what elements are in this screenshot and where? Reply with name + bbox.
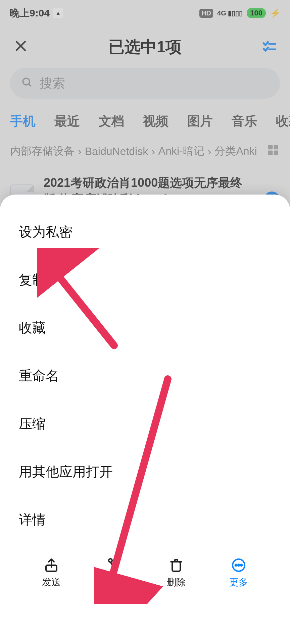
action-send[interactable]: 发送 [42, 557, 61, 589]
svg-line-5 [29, 84, 31, 86]
crumb-2[interactable]: Anki-暗记 [158, 144, 204, 159]
chevron-right-icon: › [151, 145, 155, 158]
action-delete-label: 删除 [167, 576, 186, 589]
action-more[interactable]: 更多 [229, 557, 248, 589]
breadcrumb[interactable]: 内部存储设备 › BaiduNetdisk › Anki-暗记 › 分类Anki [10, 144, 257, 159]
close-button[interactable] [13, 38, 28, 56]
search-input[interactable]: 搜索 [10, 68, 280, 99]
svg-rect-7 [274, 145, 278, 149]
action-move-label: 移动 [104, 576, 123, 589]
crumb-0[interactable]: 内部存储设备 [10, 144, 75, 159]
tab-recent[interactable]: 最近 [54, 113, 80, 130]
chevron-right-icon: › [208, 145, 211, 158]
action-send-label: 发送 [42, 576, 61, 589]
crumb-3[interactable]: 分类Anki [214, 144, 257, 159]
action-more-label: 更多 [229, 576, 248, 589]
tab-phone[interactable]: 手机 [10, 113, 36, 130]
svg-point-4 [23, 78, 30, 85]
sheet-item-details[interactable]: 详情 [0, 496, 290, 544]
svg-rect-8 [268, 151, 273, 155]
chevron-right-icon: › [78, 145, 82, 158]
status-bar: 晚上9:04 ▲ HD 4G ▮▯▯▯ 100 ⚡ [0, 0, 290, 26]
search-placeholder: 搜索 [40, 75, 65, 92]
tab-music[interactable]: 音乐 [232, 113, 257, 130]
view-toggle-button[interactable] [267, 143, 280, 159]
tab-image[interactable]: 图片 [187, 113, 213, 130]
svg-point-20 [238, 565, 240, 566]
svg-rect-9 [274, 151, 278, 155]
crumb-1[interactable]: BaiduNetdisk [85, 145, 148, 158]
hd-badge: HD [199, 9, 213, 18]
category-tabs: 手机 最近 文档 视频 图片 音乐 收藏 [0, 99, 290, 139]
action-move[interactable]: 移动 [104, 557, 123, 589]
sheet-item-copy[interactable]: 复制 [0, 256, 290, 304]
charging-icon: ⚡ [270, 8, 281, 18]
tab-favorite[interactable]: 收藏 [276, 113, 290, 130]
status-app-icon: ▲ [53, 8, 63, 18]
sheet-item-private[interactable]: 设为私密 [0, 208, 290, 256]
tab-video[interactable]: 视频 [143, 113, 168, 130]
action-delete[interactable]: 删除 [167, 557, 186, 589]
sheet-item-rename[interactable]: 重命名 [0, 352, 290, 400]
sheet-item-compress[interactable]: 压缩 [0, 400, 290, 448]
status-time: 晚上9:04 [9, 6, 50, 20]
tab-docs[interactable]: 文档 [99, 113, 124, 130]
battery-indicator: 100 [247, 8, 266, 18]
svg-rect-17 [172, 562, 180, 571]
sheet-item-favorite[interactable]: 收藏 [0, 304, 290, 352]
svg-rect-6 [268, 145, 273, 149]
svg-point-19 [235, 565, 237, 566]
svg-point-21 [241, 565, 242, 566]
search-icon [21, 77, 33, 90]
signal-indicator: 4G ▮▯▯▯ [217, 9, 243, 17]
page-title: 已选中1项 [108, 36, 182, 58]
more-actions-sheet: 设为私密 复制 收藏 重命名 压缩 用其他应用打开 详情 发送 移动 删除 [0, 195, 290, 644]
select-all-button[interactable] [262, 40, 277, 54]
sheet-item-openwith[interactable]: 用其他应用打开 [0, 448, 290, 496]
bottom-action-bar: 发送 移动 删除 更多 [0, 550, 290, 603]
